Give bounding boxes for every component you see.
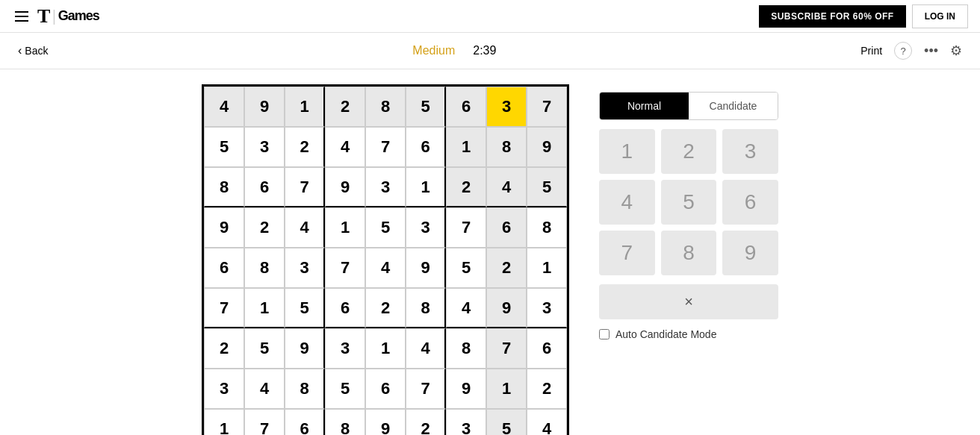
num-pad-button[interactable]: 4	[599, 180, 655, 225]
sudoku-cell[interactable]: 5	[486, 409, 527, 435]
sudoku-cell[interactable]: 4	[446, 288, 486, 328]
sudoku-cell[interactable]: 5	[285, 288, 325, 328]
sudoku-cell[interactable]: 2	[527, 369, 567, 409]
sudoku-cell[interactable]: 8	[486, 127, 527, 167]
sudoku-cell[interactable]: 7	[446, 207, 486, 248]
sudoku-cell[interactable]: 6	[325, 288, 365, 328]
sudoku-cell[interactable]: 9	[406, 248, 446, 288]
sudoku-cell[interactable]: 6	[486, 207, 527, 248]
sudoku-grid[interactable]: 4912856375324761898679312459241537686837…	[202, 84, 569, 435]
sudoku-cell[interactable]: 6	[365, 369, 406, 409]
sudoku-cell[interactable]: 2	[244, 207, 285, 248]
sudoku-cell[interactable]: 1	[204, 409, 244, 435]
num-pad-button[interactable]: 7	[599, 231, 655, 275]
sudoku-cell[interactable]: 5	[244, 328, 285, 369]
sudoku-cell[interactable]: 7	[486, 328, 527, 369]
sudoku-cell[interactable]: 3	[527, 288, 567, 328]
sudoku-cell[interactable]: 4	[486, 167, 527, 207]
sudoku-cell[interactable]: 9	[446, 369, 486, 409]
sudoku-cell[interactable]: 8	[406, 288, 446, 328]
sudoku-cell[interactable]: 7	[365, 127, 406, 167]
sudoku-cell[interactable]: 9	[527, 127, 567, 167]
sudoku-cell[interactable]: 3	[486, 87, 527, 127]
subscribe-button[interactable]: SUBSCRIBE FOR 60% OFF	[759, 5, 906, 28]
sudoku-cell[interactable]: 7	[527, 87, 567, 127]
sudoku-cell[interactable]: 7	[204, 288, 244, 328]
sudoku-cell[interactable]: 8	[446, 328, 486, 369]
sudoku-cell[interactable]: 8	[365, 87, 406, 127]
sudoku-cell[interactable]: 8	[325, 409, 365, 435]
sudoku-cell[interactable]: 1	[486, 369, 527, 409]
sudoku-cell[interactable]: 1	[244, 288, 285, 328]
login-button[interactable]: LOG IN	[912, 4, 968, 28]
sudoku-cell[interactable]: 4	[527, 409, 567, 435]
sudoku-cell[interactable]: 7	[285, 167, 325, 207]
print-button[interactable]: Print	[860, 45, 882, 57]
sudoku-cell[interactable]: 3	[406, 207, 446, 248]
sudoku-cell[interactable]: 4	[406, 328, 446, 369]
sudoku-cell[interactable]: 2	[365, 288, 406, 328]
sudoku-cell[interactable]: 4	[244, 369, 285, 409]
sudoku-cell[interactable]: 6	[244, 167, 285, 207]
sudoku-cell[interactable]: 5	[527, 167, 567, 207]
more-button[interactable]: •••	[924, 43, 938, 59]
sudoku-cell[interactable]: 5	[325, 369, 365, 409]
delete-button[interactable]: ×	[599, 284, 778, 319]
sudoku-cell[interactable]: 1	[527, 248, 567, 288]
sudoku-cell[interactable]: 4	[325, 127, 365, 167]
normal-mode-button[interactable]: Normal	[600, 93, 689, 119]
sudoku-cell[interactable]: 7	[406, 369, 446, 409]
sudoku-cell[interactable]: 9	[365, 409, 406, 435]
num-pad-button[interactable]: 6	[722, 180, 778, 225]
sudoku-cell[interactable]: 9	[244, 87, 285, 127]
sudoku-cell[interactable]: 3	[446, 409, 486, 435]
sudoku-cell[interactable]: 3	[365, 167, 406, 207]
num-pad-button[interactable]: 8	[661, 231, 717, 275]
sudoku-cell[interactable]: 8	[204, 167, 244, 207]
candidate-mode-button[interactable]: Candidate	[689, 93, 778, 119]
sudoku-cell[interactable]: 7	[325, 248, 365, 288]
settings-button[interactable]: ⚙	[950, 43, 962, 59]
num-pad-button[interactable]: 9	[722, 231, 778, 275]
sudoku-cell[interactable]: 9	[486, 288, 527, 328]
sudoku-cell[interactable]: 1	[406, 167, 446, 207]
sudoku-cell[interactable]: 6	[527, 328, 567, 369]
sudoku-cell[interactable]: 5	[446, 248, 486, 288]
sudoku-cell[interactable]: 9	[204, 207, 244, 248]
back-button[interactable]: ‹ Back	[18, 44, 48, 57]
sudoku-cell[interactable]: 2	[325, 87, 365, 127]
auto-candidate-checkbox[interactable]	[599, 329, 610, 339]
sudoku-cell[interactable]: 3	[325, 328, 365, 369]
sudoku-cell[interactable]: 5	[365, 207, 406, 248]
sudoku-cell[interactable]: 6	[204, 248, 244, 288]
sudoku-cell[interactable]: 8	[527, 207, 567, 248]
sudoku-cell[interactable]: 8	[285, 369, 325, 409]
sudoku-cell[interactable]: 5	[204, 127, 244, 167]
sudoku-cell[interactable]: 4	[365, 248, 406, 288]
sudoku-cell[interactable]: 6	[446, 87, 486, 127]
sudoku-cell[interactable]: 2	[446, 167, 486, 207]
sudoku-cell[interactable]: 4	[285, 207, 325, 248]
num-pad-button[interactable]: 2	[661, 129, 717, 174]
help-button[interactable]: ?	[894, 42, 912, 60]
sudoku-cell[interactable]: 2	[406, 409, 446, 435]
num-pad-button[interactable]: 1	[599, 129, 655, 174]
sudoku-cell[interactable]: 6	[406, 127, 446, 167]
sudoku-cell[interactable]: 9	[285, 328, 325, 369]
sudoku-cell[interactable]: 1	[446, 127, 486, 167]
hamburger-menu[interactable]	[12, 8, 31, 25]
num-pad-button[interactable]: 3	[722, 129, 778, 174]
sudoku-cell[interactable]: 3	[285, 248, 325, 288]
sudoku-cell[interactable]: 2	[486, 248, 527, 288]
sudoku-cell[interactable]: 4	[204, 87, 244, 127]
sudoku-cell[interactable]: 9	[325, 167, 365, 207]
sudoku-cell[interactable]: 1	[285, 87, 325, 127]
sudoku-cell[interactable]: 8	[244, 248, 285, 288]
sudoku-cell[interactable]: 1	[325, 207, 365, 248]
num-pad-button[interactable]: 5	[661, 180, 717, 225]
sudoku-cell[interactable]: 5	[406, 87, 446, 127]
sudoku-cell[interactable]: 3	[244, 127, 285, 167]
auto-candidate-label[interactable]: Auto Candidate Mode	[615, 328, 716, 340]
sudoku-cell[interactable]: 3	[204, 369, 244, 409]
sudoku-cell[interactable]: 6	[285, 409, 325, 435]
